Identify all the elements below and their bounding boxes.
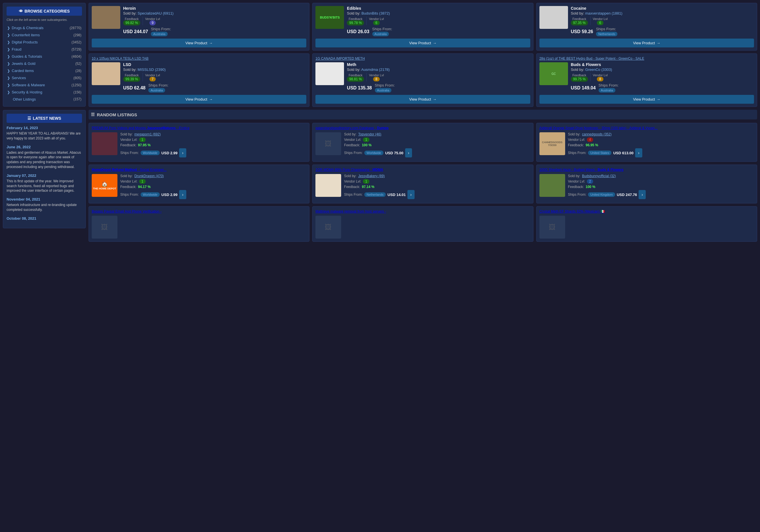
product-sold-by: Sold by: MISSLSD (2390) bbox=[123, 68, 306, 72]
stat-divider bbox=[590, 17, 591, 25]
chevron-right-icon: ❯ bbox=[7, 26, 10, 30]
ships-price-line: Ships From: United States USD 613.00 › bbox=[568, 148, 754, 158]
eye-icon: 👁 bbox=[19, 9, 23, 14]
sidebar-item-services[interactable]: ❯ Services (805) bbox=[7, 74, 82, 81]
sidebar-item-jewels[interactable]: ❯ Jewels & Gold (52) bbox=[7, 60, 82, 67]
view-product-button[interactable]: View Product → bbox=[315, 95, 530, 104]
category-count: (5729) bbox=[71, 47, 81, 51]
sidebar-item-digital[interactable]: ❯ Digital Products (3452) bbox=[7, 39, 82, 46]
vendor-link[interactable]: maxverstappen (1881) bbox=[585, 11, 622, 16]
ships-from-label: Ships From: bbox=[344, 193, 362, 197]
view-product-button[interactable]: › bbox=[407, 190, 414, 199]
vendor-link[interactable]: Budsbunnyofficial (32) bbox=[582, 174, 616, 178]
product-link[interactable]: 1GR MDMA 89% Pure Champagne - MDMA bbox=[315, 168, 383, 172]
feedback-value: 97.35 % bbox=[571, 20, 588, 25]
vendor-link[interactable]: cannedgoods (352) bbox=[582, 132, 611, 136]
sidebar-item-counterfeit[interactable]: ❯ Counterfeit items (298) bbox=[7, 31, 82, 39]
vendor-link[interactable]: Ausmdma (2178) bbox=[361, 68, 390, 72]
vendor-link[interactable]: JessyBakery (89) bbox=[358, 174, 385, 178]
ships-from-label: Ships From: bbox=[372, 27, 392, 31]
vendor-link[interactable]: Topvendor (46) bbox=[358, 132, 381, 136]
category-count: (52) bbox=[75, 62, 81, 66]
vendor-lvl-line: Vendor Lvl: 2 bbox=[568, 179, 754, 184]
view-product-button[interactable]: › bbox=[635, 148, 642, 158]
category-label: Carded items bbox=[12, 69, 34, 73]
view-product-button[interactable]: View Product → bbox=[315, 39, 530, 47]
view-product-button[interactable]: › bbox=[179, 148, 186, 158]
sidebar-item-guides[interactable]: ❯ Guides & Tutorials (4604) bbox=[7, 53, 82, 60]
product-info-buds: Buds & Flowers Sold by: GreenCo (3303) F… bbox=[571, 62, 754, 93]
sold-by-line: Sold by: JessyBakery (89) bbox=[344, 174, 530, 178]
product-link[interactable]: Crystal Meth EF Shards 92% (Mexican) 🇲🇽 bbox=[540, 210, 605, 214]
arrow-right-icon: → bbox=[657, 97, 660, 101]
product-name: Edibles bbox=[347, 6, 530, 11]
product-price: USD 14.01 bbox=[387, 193, 406, 197]
category-label: Software & Malware bbox=[12, 83, 45, 87]
chevron-right-icon: ❯ bbox=[7, 40, 10, 44]
feedback-value: 100 % bbox=[362, 143, 371, 147]
vendor-link[interactable]: megaporn1 (692) bbox=[134, 132, 161, 136]
random-card-title: Adderall Orange Smart Drug Nootropic - 3… bbox=[540, 126, 754, 130]
vendor-lvl-stat: Vendor Lvl 7 bbox=[145, 73, 160, 81]
sidebar-item-other[interactable]: Other Listings (157) bbox=[7, 96, 82, 103]
feedback-value: 100 % bbox=[586, 185, 595, 189]
sidebar-item-drugs[interactable]: ❯ Drugs & Chemicals (28770) bbox=[7, 24, 82, 31]
ships-from: Ships From: Netherlands bbox=[596, 27, 617, 36]
vendor-lvl-value: 1 bbox=[363, 179, 369, 184]
product-image-meth bbox=[315, 62, 344, 85]
view-product-button[interactable]: › bbox=[179, 190, 186, 199]
sold-by-label: Sold by: bbox=[571, 11, 584, 16]
ships-from-label: Ships From: bbox=[148, 83, 168, 87]
product-title-link[interactable]: 10 x 105ug NIKOLA TESLA LSD TAB bbox=[92, 57, 306, 61]
sold-by-label: Sold by: bbox=[571, 68, 584, 72]
ships-from-value: United States bbox=[588, 151, 611, 155]
view-product-label: View Product bbox=[633, 97, 655, 101]
random-card-body: CANNEDGOODS 7/3/200 Sold by: cannedgoods… bbox=[540, 132, 754, 159]
view-product-button[interactable]: › bbox=[639, 190, 646, 199]
view-product-button[interactable]: View Product → bbox=[540, 39, 754, 47]
sidebar-item-security[interactable]: ❯ Security & Hosting (156) bbox=[7, 89, 82, 96]
product-link[interactable]: PREMIUM Porn Videos and Movies JapaneseM… bbox=[92, 126, 189, 130]
ships-from-label: Ships From: bbox=[596, 27, 617, 31]
random-info: Sold by: Topvendor (46) Vendor Lvl: 1 Fe… bbox=[344, 132, 530, 159]
vendor-lvl-line: Vendor Lvl: 1 bbox=[120, 179, 306, 184]
product-link[interactable]: Bypass Paypal Email And Phone Verificati… bbox=[92, 210, 162, 214]
view-product-button[interactable]: View Product → bbox=[92, 95, 306, 104]
feedback-label: Feedback bbox=[123, 73, 140, 77]
product-link[interactable]: 100G Sherbert Haze - Budget Weed - Buds … bbox=[540, 168, 624, 172]
product-title-link[interactable]: 28g (1oz) of THE BEST Hydro Bud - Super … bbox=[540, 57, 754, 61]
product-link[interactable]: HomeDepot Refund Method - Social Enginee… bbox=[92, 168, 166, 172]
news-item: June 26, 2022 Ladies and gentlemen of Ab… bbox=[7, 145, 82, 169]
news-item: January 07, 2022 This is first update of… bbox=[7, 173, 82, 193]
sidebar-item-fraud[interactable]: ❯ Fraud (5729) bbox=[7, 46, 82, 53]
product-link[interactable]: Adderall Orange Smart Drug Nootropic - 3… bbox=[540, 126, 658, 130]
vendor-link[interactable]: SpecializedAU (6911) bbox=[138, 11, 174, 16]
random-card-body: 🏠 THE HOME DEPOT Sold by: DrunkDragon (4… bbox=[92, 174, 306, 200]
sidebar-item-software[interactable]: ❯ Software & Malware (1250) bbox=[7, 81, 82, 89]
vendor-link[interactable]: MISSLSD (2390) bbox=[138, 68, 166, 72]
view-product-button[interactable]: View Product → bbox=[92, 39, 306, 47]
chevron-right-icon: ❯ bbox=[7, 33, 10, 37]
product-card-lsd: 10 x 105ug NIKOLA TESLA LSD TAB LSD Sold… bbox=[89, 53, 309, 107]
ships-from: Ships From: Australia bbox=[148, 83, 168, 93]
stat-divider bbox=[590, 73, 591, 81]
view-product-button[interactable]: View Product → bbox=[540, 95, 754, 104]
product-stats: Feedback 99.75 % Vendor Lvl 8 bbox=[571, 73, 754, 81]
ships-from-value: United Kingdom bbox=[588, 192, 615, 197]
vendor-link[interactable]: BudsnBits (3872) bbox=[361, 11, 390, 16]
sidebar-item-carded[interactable]: ❯ Carded items (28) bbox=[7, 67, 82, 74]
ships-from-value: Australia bbox=[148, 88, 165, 93]
product-link[interactable]: Maltrieve malware removal from host serv… bbox=[315, 210, 386, 214]
product-link[interactable]: qataroilandgasdirectory.com Database - D… bbox=[315, 126, 389, 130]
vendor-link[interactable]: GreenCo (3303) bbox=[585, 68, 612, 72]
price-ships: USD 149.04 Ships From: Australia bbox=[571, 83, 754, 93]
product-price: USD 26.03 bbox=[347, 29, 369, 34]
view-product-button[interactable]: › bbox=[405, 148, 412, 158]
ships-price-line: Ships From: Worldwide USD 75.00 › bbox=[344, 148, 530, 158]
product-card-cocaine: Cocaine Sold by: maxverstappen (1881) Fe… bbox=[536, 3, 757, 51]
product-name: Buds & Flowers bbox=[571, 62, 754, 67]
product-title-link[interactable]: 1G CANADA IMPORTED METH bbox=[315, 57, 530, 61]
news-date: October 08, 2021 bbox=[7, 216, 82, 220]
vendor-link[interactable]: DrunkDragon (470) bbox=[134, 174, 164, 178]
main-content: Heroin Sold by: SpecializedAU (6911) Fee… bbox=[89, 3, 757, 245]
